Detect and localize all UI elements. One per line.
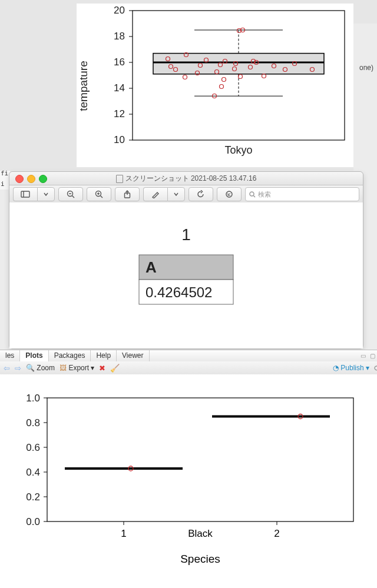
species-box-1 [65, 466, 183, 471]
edit-button[interactable] [217, 187, 242, 201]
remove-plot-button[interactable]: ✖ [99, 364, 105, 373]
markup-menu-button[interactable] [167, 187, 185, 201]
publish-button[interactable]: ◔ Publish ▾ [333, 364, 369, 372]
prev-plot-button[interactable]: ⇦ [4, 364, 10, 373]
rotate-button[interactable] [188, 187, 213, 201]
plots-toolbar: ⇦ ⇨ 🔍 Zoom 🖼 Export ▾ ✖ 🧹 ◔ Publish ▾ ⟳ [0, 361, 377, 375]
tab-help[interactable]: Help [91, 350, 117, 362]
svg-text:0.2: 0.2 [26, 491, 40, 503]
boxplot-canvas: tempature 10 12 14 16 18 20 [77, 4, 353, 167]
zoom-icon: 🔍 [26, 364, 35, 372]
svg-rect-45 [21, 191, 29, 197]
publish-icon: ◔ [333, 364, 339, 372]
svg-text:0.6: 0.6 [26, 442, 40, 453]
tab-files[interactable]: les [0, 350, 20, 362]
boxplot-ylabel: tempature [77, 61, 90, 111]
species-xtick-2: 2 [274, 528, 279, 539]
boxplot-yticks: 10 12 14 16 18 20 [114, 5, 133, 145]
svg-text:10: 10 [114, 134, 125, 145]
svg-line-51 [101, 196, 103, 198]
preview-search-input[interactable]: 検索 [245, 187, 359, 201]
svg-point-42 [222, 78, 226, 82]
zoom-button[interactable]: 🔍 Zoom [26, 364, 55, 372]
sidebar-toggle-button[interactable] [13, 187, 37, 201]
tab-packages[interactable]: Packages [49, 350, 91, 362]
table-col-index: 1 [181, 225, 191, 244]
svg-text:1.0: 1.0 [26, 393, 40, 404]
pane-minimize-button[interactable]: ▭ [358, 350, 368, 362]
boxplot-box [153, 30, 324, 96]
clear-plots-button[interactable]: 🧹 [110, 364, 120, 373]
next-plot-button[interactable]: ⇨ [15, 364, 21, 373]
code-fragment-right: one) [359, 64, 377, 72]
svg-text:0.8: 0.8 [26, 417, 40, 428]
species-plot-svg: 0.0 0.2 0.4 0.6 0.8 1.0 1 2 Black Specie… [0, 374, 377, 588]
species-yticks: 0.0 0.2 0.4 0.6 0.8 1.0 [26, 393, 47, 527]
species-axis-center-label: Black [188, 528, 213, 539]
species-xtick-1: 1 [121, 528, 126, 539]
document-icon [116, 175, 123, 183]
species-xlabel: Species [180, 553, 220, 565]
svg-text:0.0: 0.0 [26, 516, 40, 527]
preview-window[interactable]: スクリーンショット 2021-08-25 13.47.16 検索 1 A 0 [9, 171, 363, 349]
zoom-in-button[interactable] [87, 187, 111, 201]
svg-line-48 [72, 196, 75, 198]
rstudio-pane-tabs: les Plots Packages Help Viewer ▭ ▢ [0, 350, 377, 363]
species-box-2 [212, 414, 330, 419]
tab-plots[interactable]: Plots [20, 350, 48, 362]
search-placeholder: 検索 [258, 190, 271, 199]
svg-point-43 [220, 85, 224, 89]
svg-point-39 [262, 74, 266, 78]
svg-line-58 [254, 195, 256, 197]
svg-text:20: 20 [114, 5, 125, 16]
export-button[interactable]: 🖼 Export ▾ [59, 364, 94, 372]
species-plot: 0.0 0.2 0.4 0.6 0.8 1.0 1 2 Black Specie… [0, 374, 377, 588]
preview-toolbar: 検索 [9, 185, 363, 204]
export-icon: 🖼 [59, 364, 67, 372]
preview-window-title: スクリーンショット 2021-08-25 13.47.16 [9, 172, 363, 185]
sidebar-menu-button[interactable] [37, 187, 55, 201]
table-value: 0.4264502 [145, 284, 212, 300]
svg-text:0.4: 0.4 [26, 467, 40, 478]
svg-rect-12 [153, 54, 324, 74]
pane-maximize-button[interactable]: ▢ [368, 350, 377, 362]
search-icon [249, 191, 256, 198]
tab-viewer[interactable]: Viewer [117, 350, 149, 362]
zoom-out-button[interactable] [58, 187, 83, 201]
boxplot-xtick: Tokyo [224, 144, 252, 156]
svg-point-57 [250, 192, 254, 196]
svg-text:12: 12 [114, 108, 125, 119]
share-button[interactable] [115, 187, 140, 201]
table-header: A [145, 258, 157, 276]
svg-point-40 [183, 75, 187, 79]
preview-titlebar[interactable]: スクリーンショット 2021-08-25 13.47.16 [9, 172, 363, 185]
svg-text:14: 14 [114, 82, 125, 94]
svg-point-41 [239, 75, 243, 79]
preview-image: 1 A 0.4264502 [101, 217, 272, 334]
preview-content: 1 A 0.4264502 [9, 202, 363, 348]
svg-text:16: 16 [114, 57, 125, 68]
svg-text:18: 18 [114, 31, 125, 42]
boxplot-svg: tempature 10 12 14 16 18 20 [77, 4, 353, 167]
markup-button[interactable] [143, 187, 167, 201]
boxplot-panel: tempature 10 12 14 16 18 20 [0, 0, 353, 171]
refresh-button[interactable]: ⟳ [374, 364, 377, 373]
